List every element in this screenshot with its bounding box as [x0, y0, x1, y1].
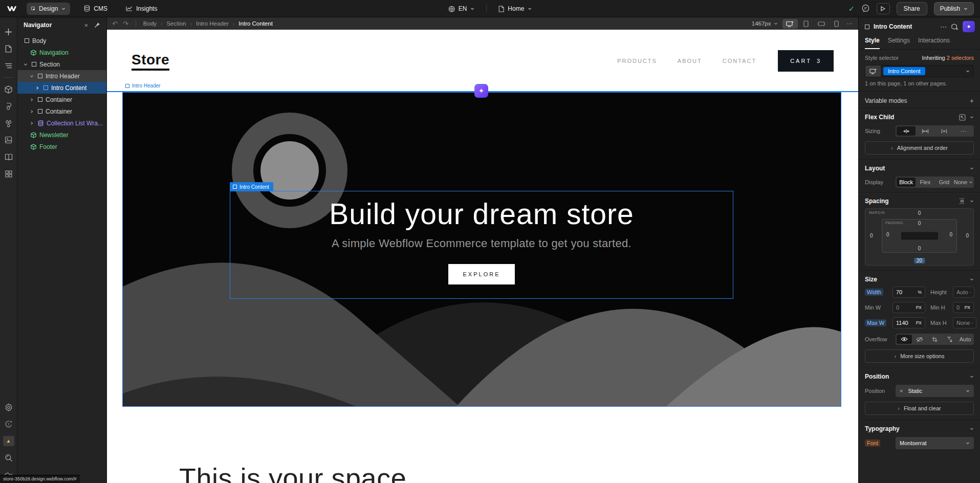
height-input[interactable]: Auto -	[953, 287, 974, 298]
tree-item-container[interactable]: Container	[17, 105, 106, 117]
more-size-options-button[interactable]: › More size options	[865, 349, 974, 363]
margin-right-value[interactable]: 0	[966, 233, 969, 238]
padding-top-value[interactable]: 0	[882, 221, 956, 226]
tree-item-footer[interactable]: Footer	[17, 141, 106, 152]
min-width-input[interactable]: 0 PX	[892, 302, 925, 313]
tree-item-intro-content[interactable]: Intro Content	[17, 82, 106, 94]
chevron-down-icon[interactable]	[970, 375, 974, 379]
explore-button[interactable]: EXPLORE	[448, 264, 515, 284]
sizing-none-option[interactable]	[935, 126, 954, 136]
variables-button[interactable]	[0, 115, 17, 131]
hero-heading[interactable]: Build your dream store	[329, 194, 634, 234]
tree-item-section[interactable]: Section	[17, 58, 106, 70]
selector-class-pill[interactable]: Intro Content	[883, 67, 925, 75]
insights-button[interactable]: Insights	[121, 3, 162, 15]
padding-right-value[interactable]: 0	[949, 232, 952, 237]
sizing-grow-option[interactable]	[916, 126, 934, 136]
tab-interactions[interactable]: Interactions	[918, 37, 950, 49]
nav-link-about[interactable]: ABOUT	[678, 58, 702, 64]
clear-icon[interactable]: ×	[900, 388, 903, 394]
next-section-heading[interactable]: This is your space	[179, 462, 406, 483]
breakpoint-indicator-icon[interactable]	[865, 65, 881, 77]
chevron-down-icon[interactable]	[970, 277, 974, 281]
settings-gear-button[interactable]	[0, 399, 17, 415]
components-button[interactable]	[0, 81, 17, 98]
undo-button[interactable]: ↶	[112, 20, 118, 28]
nav-link-contact[interactable]: CONTACT	[723, 58, 756, 64]
search-button[interactable]	[0, 449, 17, 466]
pages-button[interactable]	[0, 40, 17, 57]
cms-button[interactable]: CMS	[79, 3, 112, 15]
margin-left-value[interactable]: 0	[870, 233, 873, 238]
chevron-down-icon[interactable]	[970, 427, 974, 431]
tree-item-body[interactable]: Body	[17, 35, 106, 47]
add-element-button[interactable]	[0, 24, 17, 40]
max-width-input[interactable]: 1140 PX	[892, 317, 925, 328]
apps-button[interactable]	[0, 165, 17, 182]
navigator-button[interactable]	[0, 57, 17, 74]
hero-subheading[interactable]: A simple Webflow Ecommerce template to g…	[332, 237, 631, 250]
min-height-input[interactable]: 0 PX	[953, 302, 974, 313]
display-block-option[interactable]: Block	[897, 178, 916, 187]
breadcrumb-section[interactable]: Section	[166, 20, 186, 27]
redo-button[interactable]: ↷	[123, 20, 128, 28]
display-flex-option[interactable]: Flex	[916, 178, 934, 187]
tab-style[interactable]: Style	[865, 37, 880, 49]
breakpoint-tablet-button[interactable]	[800, 19, 812, 29]
cart-button[interactable]: CART 3	[778, 50, 834, 72]
overflow-clip-option[interactable]	[942, 335, 957, 344]
breakpoint-phone-button[interactable]	[831, 19, 842, 29]
max-height-input[interactable]: None -	[953, 317, 976, 328]
chevron-right-icon[interactable]	[29, 121, 35, 125]
nav-link-products[interactable]: PRODUCTS	[617, 58, 657, 64]
overflow-visible-option[interactable]	[897, 335, 912, 344]
preview-button[interactable]	[877, 3, 890, 14]
webflow-logo-icon[interactable]	[6, 5, 17, 12]
site-logo[interactable]: Store	[132, 52, 169, 71]
tree-item-intro-header[interactable]: Intro Header	[17, 70, 106, 82]
overflow-hidden-option[interactable]	[912, 335, 927, 344]
inheriting-info[interactable]: Inheriting 2 selectors	[922, 55, 974, 61]
breadcrumb-intro-header[interactable]: Intro Header	[196, 20, 229, 27]
add-variable-mode-button[interactable]: +	[970, 97, 974, 105]
ai-assistant-button[interactable]: ✦	[963, 21, 975, 32]
width-input[interactable]: 70 %	[892, 287, 925, 298]
comments-button[interactable]	[861, 4, 870, 13]
chevron-right-icon[interactable]	[34, 86, 40, 90]
chevron-down-icon[interactable]	[29, 74, 35, 78]
libraries-button[interactable]	[0, 148, 17, 165]
style-selector-input[interactable]: Intro Content	[865, 65, 974, 77]
chevron-down-icon[interactable]	[970, 199, 974, 203]
breadcrumb-body[interactable]: Body	[143, 20, 157, 27]
close-icon[interactable]: ×	[84, 21, 88, 29]
margin-top-value[interactable]: 0	[865, 210, 973, 216]
chevron-right-icon[interactable]	[29, 98, 35, 102]
intro-header-section[interactable]: Intro Content Build your dream store A s…	[122, 92, 841, 407]
chevron-down-icon[interactable]	[970, 166, 974, 170]
tree-item-navigation[interactable]: Navigation	[17, 47, 106, 58]
element-menu-button[interactable]: ⋯	[940, 23, 947, 31]
locale-switcher[interactable]: EN	[444, 3, 480, 15]
chevron-down-icon[interactable]	[966, 65, 973, 77]
breakpoint-phone-landscape-button[interactable]	[814, 20, 829, 28]
chevron-down-icon[interactable]	[23, 62, 29, 67]
upgrade-button[interactable]: ▲	[0, 432, 17, 449]
assets-button[interactable]	[0, 131, 17, 148]
share-button[interactable]: Share	[897, 2, 927, 15]
tree-item-container[interactable]: Container	[17, 94, 106, 105]
display-none-option[interactable]: None	[954, 178, 973, 187]
sizing-shrink-option[interactable]	[897, 126, 916, 136]
margin-bottom-value[interactable]: 20	[914, 258, 925, 264]
publish-button[interactable]: Publish	[934, 2, 974, 15]
tab-settings[interactable]: Settings	[888, 37, 910, 49]
tree-item-collection-list[interactable]: Collection List Wra...	[17, 117, 106, 129]
spacing-presets-icon[interactable]	[959, 198, 966, 204]
display-grid-option[interactable]: Grid	[934, 178, 953, 187]
design-mode-button[interactable]: Design	[27, 3, 70, 15]
style-manager-button[interactable]	[0, 98, 17, 115]
overflow-auto-option[interactable]: Auto	[957, 335, 973, 344]
sizing-more-option[interactable]: ⋯	[954, 126, 973, 136]
pin-icon[interactable]	[94, 22, 100, 28]
help-button[interactable]: ?	[0, 415, 17, 432]
breakpoint-desktop-button[interactable]	[782, 19, 798, 29]
